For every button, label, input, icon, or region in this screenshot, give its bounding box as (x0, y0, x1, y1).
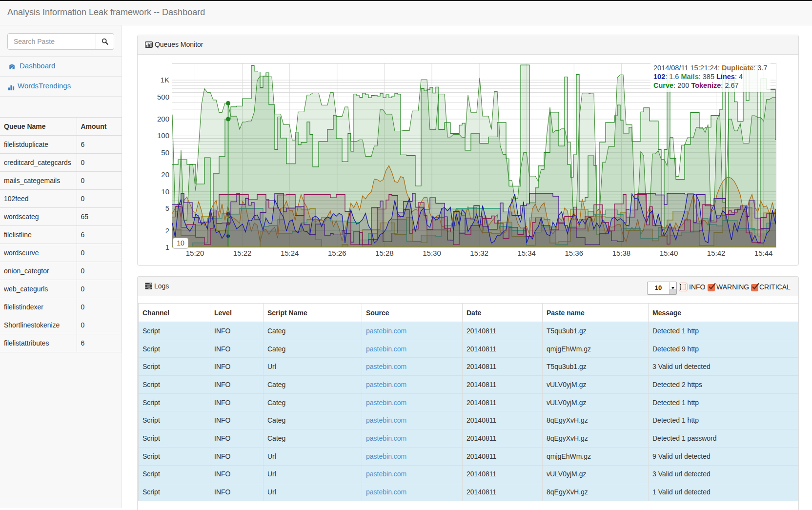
svg-text:15:32: 15:32 (470, 249, 488, 257)
svg-text:500: 500 (157, 93, 169, 101)
svg-text:15:42: 15:42 (707, 249, 726, 257)
svg-text:100: 100 (157, 131, 169, 140)
svg-text:5: 5 (165, 204, 169, 212)
svg-text:10: 10 (161, 187, 169, 196)
svg-text:15:20: 15:20 (186, 249, 204, 257)
svg-text:15:34: 15:34 (517, 249, 536, 257)
svg-text:15:44: 15:44 (754, 249, 773, 257)
svg-text:15:28: 15:28 (375, 249, 394, 257)
svg-text:15:22: 15:22 (233, 249, 252, 257)
svg-text:15:26: 15:26 (328, 249, 346, 257)
svg-text:2: 2 (165, 226, 169, 235)
svg-text:15:36: 15:36 (565, 249, 584, 257)
svg-text:200: 200 (157, 115, 169, 123)
svg-text:15:24: 15:24 (281, 249, 299, 257)
svg-text:20: 20 (161, 170, 169, 179)
svg-text:15:30: 15:30 (423, 249, 441, 257)
svg-text:15:38: 15:38 (612, 249, 631, 257)
svg-text:50: 50 (161, 148, 169, 157)
svg-text:1K: 1K (161, 76, 169, 84)
svg-text:15:40: 15:40 (660, 249, 678, 257)
svg-text:1: 1 (165, 243, 169, 251)
